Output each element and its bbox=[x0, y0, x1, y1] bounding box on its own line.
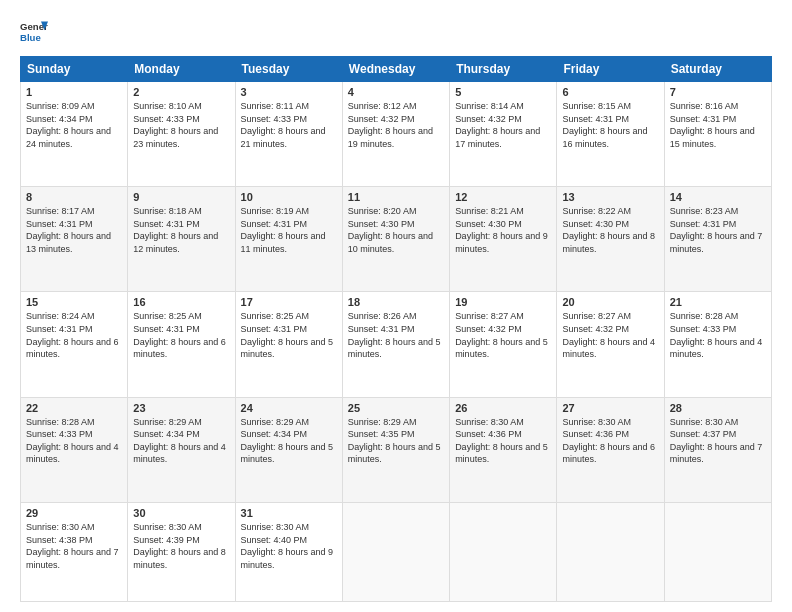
logo: General Blue bbox=[20, 18, 48, 46]
cell-info: Sunrise: 8:28 AMSunset: 4:33 PMDaylight:… bbox=[670, 311, 763, 359]
cell-info: Sunrise: 8:28 AMSunset: 4:33 PMDaylight:… bbox=[26, 417, 119, 465]
day-number: 16 bbox=[133, 296, 229, 308]
col-header-sunday: Sunday bbox=[21, 57, 128, 82]
day-number: 19 bbox=[455, 296, 551, 308]
day-number: 11 bbox=[348, 191, 444, 203]
col-header-wednesday: Wednesday bbox=[342, 57, 449, 82]
cell-info: Sunrise: 8:30 AMSunset: 4:39 PMDaylight:… bbox=[133, 522, 226, 570]
cell-info: Sunrise: 8:25 AMSunset: 4:31 PMDaylight:… bbox=[133, 311, 226, 359]
calendar-table: SundayMondayTuesdayWednesdayThursdayFrid… bbox=[20, 56, 772, 602]
calendar-cell: 8Sunrise: 8:17 AMSunset: 4:31 PMDaylight… bbox=[21, 187, 128, 292]
day-number: 18 bbox=[348, 296, 444, 308]
calendar-cell: 12Sunrise: 8:21 AMSunset: 4:30 PMDayligh… bbox=[450, 187, 557, 292]
calendar-cell: 18Sunrise: 8:26 AMSunset: 4:31 PMDayligh… bbox=[342, 292, 449, 397]
cell-info: Sunrise: 8:29 AMSunset: 4:34 PMDaylight:… bbox=[241, 417, 334, 465]
calendar-cell: 9Sunrise: 8:18 AMSunset: 4:31 PMDaylight… bbox=[128, 187, 235, 292]
cell-info: Sunrise: 8:30 AMSunset: 4:38 PMDaylight:… bbox=[26, 522, 119, 570]
calendar-cell: 7Sunrise: 8:16 AMSunset: 4:31 PMDaylight… bbox=[664, 82, 771, 187]
calendar-cell bbox=[664, 502, 771, 601]
cell-info: Sunrise: 8:25 AMSunset: 4:31 PMDaylight:… bbox=[241, 311, 334, 359]
day-number: 24 bbox=[241, 402, 337, 414]
calendar-cell: 6Sunrise: 8:15 AMSunset: 4:31 PMDaylight… bbox=[557, 82, 664, 187]
calendar-cell: 10Sunrise: 8:19 AMSunset: 4:31 PMDayligh… bbox=[235, 187, 342, 292]
cell-info: Sunrise: 8:24 AMSunset: 4:31 PMDaylight:… bbox=[26, 311, 119, 359]
col-header-thursday: Thursday bbox=[450, 57, 557, 82]
day-number: 23 bbox=[133, 402, 229, 414]
logo-icon: General Blue bbox=[20, 18, 48, 46]
cell-info: Sunrise: 8:18 AMSunset: 4:31 PMDaylight:… bbox=[133, 206, 218, 254]
day-number: 15 bbox=[26, 296, 122, 308]
day-number: 12 bbox=[455, 191, 551, 203]
calendar-cell: 17Sunrise: 8:25 AMSunset: 4:31 PMDayligh… bbox=[235, 292, 342, 397]
calendar-cell: 3Sunrise: 8:11 AMSunset: 4:33 PMDaylight… bbox=[235, 82, 342, 187]
cell-info: Sunrise: 8:19 AMSunset: 4:31 PMDaylight:… bbox=[241, 206, 326, 254]
cell-info: Sunrise: 8:22 AMSunset: 4:30 PMDaylight:… bbox=[562, 206, 655, 254]
cell-info: Sunrise: 8:20 AMSunset: 4:30 PMDaylight:… bbox=[348, 206, 433, 254]
cell-info: Sunrise: 8:30 AMSunset: 4:37 PMDaylight:… bbox=[670, 417, 763, 465]
calendar-cell bbox=[450, 502, 557, 601]
day-number: 14 bbox=[670, 191, 766, 203]
cell-info: Sunrise: 8:10 AMSunset: 4:33 PMDaylight:… bbox=[133, 101, 218, 149]
day-number: 7 bbox=[670, 86, 766, 98]
calendar-cell: 20Sunrise: 8:27 AMSunset: 4:32 PMDayligh… bbox=[557, 292, 664, 397]
day-number: 4 bbox=[348, 86, 444, 98]
svg-text:Blue: Blue bbox=[20, 32, 41, 43]
day-number: 30 bbox=[133, 507, 229, 519]
day-number: 17 bbox=[241, 296, 337, 308]
cell-info: Sunrise: 8:27 AMSunset: 4:32 PMDaylight:… bbox=[455, 311, 548, 359]
day-number: 6 bbox=[562, 86, 658, 98]
calendar-cell: 2Sunrise: 8:10 AMSunset: 4:33 PMDaylight… bbox=[128, 82, 235, 187]
cell-info: Sunrise: 8:29 AMSunset: 4:35 PMDaylight:… bbox=[348, 417, 441, 465]
col-header-tuesday: Tuesday bbox=[235, 57, 342, 82]
cell-info: Sunrise: 8:16 AMSunset: 4:31 PMDaylight:… bbox=[670, 101, 755, 149]
calendar-cell: 1Sunrise: 8:09 AMSunset: 4:34 PMDaylight… bbox=[21, 82, 128, 187]
col-header-saturday: Saturday bbox=[664, 57, 771, 82]
cell-info: Sunrise: 8:14 AMSunset: 4:32 PMDaylight:… bbox=[455, 101, 540, 149]
cell-info: Sunrise: 8:09 AMSunset: 4:34 PMDaylight:… bbox=[26, 101, 111, 149]
day-number: 5 bbox=[455, 86, 551, 98]
calendar-cell bbox=[557, 502, 664, 601]
cell-info: Sunrise: 8:30 AMSunset: 4:40 PMDaylight:… bbox=[241, 522, 334, 570]
cell-info: Sunrise: 8:29 AMSunset: 4:34 PMDaylight:… bbox=[133, 417, 226, 465]
day-number: 1 bbox=[26, 86, 122, 98]
calendar-cell: 15Sunrise: 8:24 AMSunset: 4:31 PMDayligh… bbox=[21, 292, 128, 397]
calendar-cell: 14Sunrise: 8:23 AMSunset: 4:31 PMDayligh… bbox=[664, 187, 771, 292]
cell-info: Sunrise: 8:26 AMSunset: 4:31 PMDaylight:… bbox=[348, 311, 441, 359]
day-number: 13 bbox=[562, 191, 658, 203]
cell-info: Sunrise: 8:21 AMSunset: 4:30 PMDaylight:… bbox=[455, 206, 548, 254]
calendar-cell: 25Sunrise: 8:29 AMSunset: 4:35 PMDayligh… bbox=[342, 397, 449, 502]
calendar-cell: 22Sunrise: 8:28 AMSunset: 4:33 PMDayligh… bbox=[21, 397, 128, 502]
cell-info: Sunrise: 8:27 AMSunset: 4:32 PMDaylight:… bbox=[562, 311, 655, 359]
calendar-cell: 27Sunrise: 8:30 AMSunset: 4:36 PMDayligh… bbox=[557, 397, 664, 502]
day-number: 10 bbox=[241, 191, 337, 203]
day-number: 28 bbox=[670, 402, 766, 414]
calendar-cell: 29Sunrise: 8:30 AMSunset: 4:38 PMDayligh… bbox=[21, 502, 128, 601]
day-number: 2 bbox=[133, 86, 229, 98]
header: General Blue bbox=[20, 18, 772, 46]
cell-info: Sunrise: 8:15 AMSunset: 4:31 PMDaylight:… bbox=[562, 101, 647, 149]
day-number: 8 bbox=[26, 191, 122, 203]
calendar-cell: 19Sunrise: 8:27 AMSunset: 4:32 PMDayligh… bbox=[450, 292, 557, 397]
day-number: 20 bbox=[562, 296, 658, 308]
cell-info: Sunrise: 8:12 AMSunset: 4:32 PMDaylight:… bbox=[348, 101, 433, 149]
calendar-cell bbox=[342, 502, 449, 601]
calendar-cell: 16Sunrise: 8:25 AMSunset: 4:31 PMDayligh… bbox=[128, 292, 235, 397]
calendar-cell: 26Sunrise: 8:30 AMSunset: 4:36 PMDayligh… bbox=[450, 397, 557, 502]
cell-info: Sunrise: 8:23 AMSunset: 4:31 PMDaylight:… bbox=[670, 206, 763, 254]
day-number: 3 bbox=[241, 86, 337, 98]
calendar-cell: 30Sunrise: 8:30 AMSunset: 4:39 PMDayligh… bbox=[128, 502, 235, 601]
calendar-cell: 23Sunrise: 8:29 AMSunset: 4:34 PMDayligh… bbox=[128, 397, 235, 502]
cell-info: Sunrise: 8:17 AMSunset: 4:31 PMDaylight:… bbox=[26, 206, 111, 254]
calendar-cell: 13Sunrise: 8:22 AMSunset: 4:30 PMDayligh… bbox=[557, 187, 664, 292]
calendar-cell: 11Sunrise: 8:20 AMSunset: 4:30 PMDayligh… bbox=[342, 187, 449, 292]
day-number: 21 bbox=[670, 296, 766, 308]
col-header-friday: Friday bbox=[557, 57, 664, 82]
calendar-cell: 5Sunrise: 8:14 AMSunset: 4:32 PMDaylight… bbox=[450, 82, 557, 187]
calendar-cell: 24Sunrise: 8:29 AMSunset: 4:34 PMDayligh… bbox=[235, 397, 342, 502]
day-number: 31 bbox=[241, 507, 337, 519]
cell-info: Sunrise: 8:30 AMSunset: 4:36 PMDaylight:… bbox=[562, 417, 655, 465]
col-header-monday: Monday bbox=[128, 57, 235, 82]
calendar-cell: 21Sunrise: 8:28 AMSunset: 4:33 PMDayligh… bbox=[664, 292, 771, 397]
day-number: 26 bbox=[455, 402, 551, 414]
day-number: 25 bbox=[348, 402, 444, 414]
